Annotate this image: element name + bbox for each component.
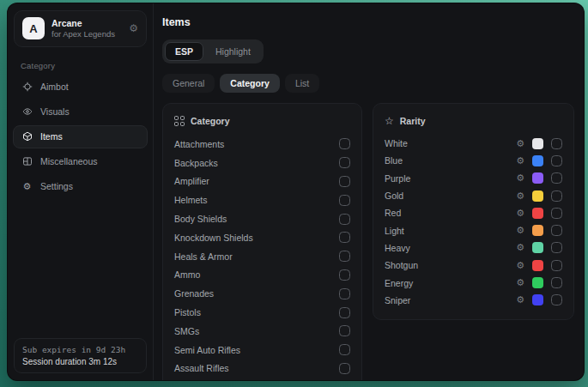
sidebar-item-settings[interactable]: ⚙ Settings: [13, 175, 148, 198]
rarity-panel-header: ☆ Rarity: [385, 113, 562, 129]
checkbox[interactable]: [551, 277, 562, 288]
app-titles: Arcane for Apex Legends: [52, 17, 115, 40]
gear-icon[interactable]: ⚙: [516, 226, 524, 235]
category-row: Helmets: [174, 190, 350, 209]
checkbox[interactable]: [339, 307, 350, 318]
checkbox[interactable]: [339, 344, 350, 355]
gear-icon[interactable]: ⚙: [516, 261, 524, 270]
category-panel: Category Attachments Backpacks Amplifier…: [162, 103, 362, 381]
crosshair-icon: [21, 82, 33, 92]
checkbox[interactable]: [339, 195, 350, 206]
color-swatch[interactable]: [532, 260, 543, 271]
sidebar-item-items[interactable]: Items: [13, 125, 148, 148]
category-row: Ammo: [174, 266, 350, 285]
checkbox[interactable]: [339, 138, 350, 149]
checkbox[interactable]: [551, 138, 562, 149]
rarity-row: Sniper ⚙: [385, 292, 562, 309]
rarity-row: Shotgun ⚙: [385, 257, 562, 274]
checkbox[interactable]: [339, 251, 350, 262]
rarity-row: White ⚙: [385, 135, 562, 152]
color-swatch[interactable]: [532, 277, 543, 288]
checkbox[interactable]: [551, 294, 562, 305]
color-swatch[interactable]: [532, 155, 543, 166]
category-row: LMGs: [174, 378, 350, 381]
rarity-row-label: Light: [385, 226, 404, 236]
rarity-row: Light ⚙: [385, 221, 562, 239]
gear-icon[interactable]: ⚙: [516, 295, 524, 305]
panels: Category Attachments Backpacks Amplifier…: [162, 103, 574, 381]
category-row: Body Shields: [174, 209, 350, 228]
category-row-label: Helmets: [174, 195, 208, 205]
rarity-row-label: Shotgun: [385, 260, 418, 270]
category-panel-title: Category: [191, 116, 230, 126]
sidebar-nav: Aimbot Visuals Items Miscellaneous ⚙ Set…: [8, 76, 153, 198]
tab-category[interactable]: Category: [220, 74, 280, 93]
color-swatch[interactable]: [532, 294, 543, 305]
checkbox[interactable]: [339, 157, 350, 168]
color-swatch[interactable]: [532, 208, 543, 219]
app-logo: A: [22, 17, 45, 39]
rarity-row: Gold ⚙: [385, 187, 562, 204]
gear-icon: ⚙: [21, 181, 33, 192]
subscription-card: Sub expires in 9d 23h Session duration 3…: [14, 338, 147, 373]
sidebar-item-label: Items: [40, 131, 63, 142]
gear-icon[interactable]: ⚙: [516, 209, 524, 218]
checkbox[interactable]: [339, 325, 350, 336]
rarity-row-label: Heavy: [385, 243, 410, 253]
category-row-label: Knockdown Shields: [174, 233, 253, 243]
checkbox[interactable]: [339, 363, 350, 374]
gear-icon[interactable]: ⚙: [516, 173, 524, 183]
checkbox[interactable]: [551, 225, 562, 236]
gear-icon[interactable]: ⚙: [516, 243, 524, 252]
checkbox[interactable]: [551, 190, 562, 202]
gear-icon[interactable]: ⚙: [516, 191, 524, 201]
checkbox[interactable]: [339, 269, 350, 281]
checkbox[interactable]: [339, 214, 350, 225]
category-row: Semi Auto Rifles: [174, 341, 350, 360]
color-swatch[interactable]: [532, 138, 543, 149]
gear-icon[interactable]: ⚙: [516, 139, 524, 148]
tab-list[interactable]: List: [285, 74, 319, 93]
category-row: Grenades: [174, 284, 350, 303]
color-swatch[interactable]: [532, 242, 543, 253]
sidebar-section-label: Category: [21, 61, 140, 70]
sidebar-item-visuals[interactable]: Visuals: [13, 100, 148, 124]
color-swatch[interactable]: [532, 225, 543, 236]
rarity-row: Red ⚙: [385, 204, 562, 221]
gear-icon[interactable]: ⚙: [516, 278, 524, 287]
gear-icon[interactable]: ⚙: [129, 22, 138, 34]
tab-general[interactable]: General: [162, 74, 215, 93]
category-row-label: Grenades: [174, 288, 214, 299]
category-row-label: Ammo: [174, 269, 200, 280]
rarity-row-label: Gold: [385, 190, 403, 201]
rarity-row-label: Purple: [385, 173, 410, 184]
checkbox[interactable]: [339, 176, 350, 187]
category-row: Pistols: [174, 303, 350, 322]
toggle-highlight[interactable]: Highlight: [205, 42, 261, 61]
category-row: Assault Rifles: [174, 360, 350, 378]
eye-icon: [21, 106, 33, 117]
checkbox[interactable]: [339, 288, 350, 299]
toggle-esp[interactable]: ESP: [165, 42, 203, 61]
checkbox[interactable]: [551, 172, 562, 184]
checkbox[interactable]: [551, 242, 562, 253]
page-title: Items: [162, 16, 574, 28]
gear-icon[interactable]: ⚙: [516, 156, 524, 166]
app-header-card: A Arcane for Apex Legends ⚙: [14, 10, 147, 47]
category-row-label: Heals & Armor: [174, 251, 233, 262]
checkbox[interactable]: [339, 232, 350, 243]
rarity-panel: ☆ Rarity White ⚙ Blue ⚙ Purple ⚙ Gold ⚙: [373, 103, 574, 320]
category-row-label: Semi Auto Rifles: [174, 345, 240, 355]
sidebar-item-aimbot[interactable]: Aimbot: [13, 76, 148, 99]
checkbox[interactable]: [551, 260, 562, 271]
sidebar-item-label: Aimbot: [40, 82, 69, 92]
sidebar-item-label: Settings: [40, 181, 73, 191]
sidebar-item-miscellaneous[interactable]: Miscellaneous: [13, 150, 148, 173]
category-row: Heals & Armor: [174, 247, 350, 266]
checkbox[interactable]: [551, 155, 562, 166]
color-swatch[interactable]: [532, 190, 543, 202]
category-list: Attachments Backpacks Amplifier Helmets …: [174, 135, 350, 381]
color-swatch[interactable]: [532, 172, 543, 184]
app-title: Arcane: [52, 17, 115, 29]
checkbox[interactable]: [551, 208, 562, 219]
